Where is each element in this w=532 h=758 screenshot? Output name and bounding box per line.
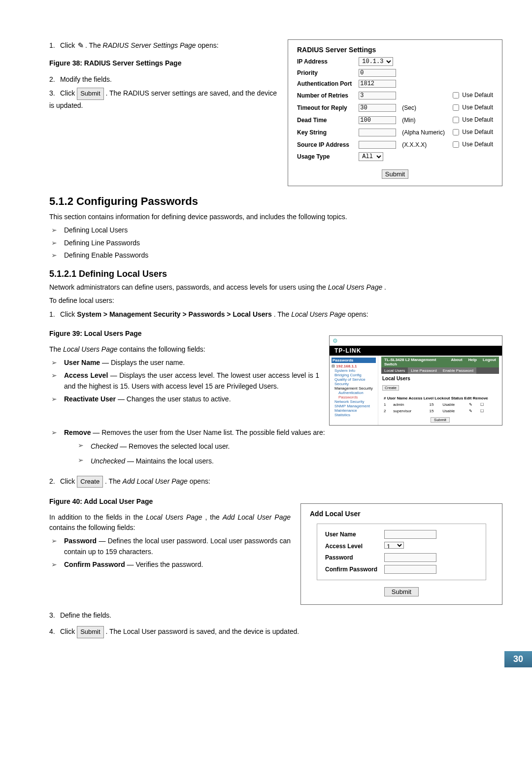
priority-label: Priority (294, 67, 356, 78)
table-row: 2supervisor15Usable✎☐ (382, 408, 490, 414)
source-ip-use-default-checkbox[interactable] (453, 141, 459, 148)
password-input[interactable] (384, 553, 436, 562)
table-row: 1admin15Usable✎☐ (382, 402, 490, 407)
source-ip-input[interactable] (359, 141, 396, 149)
step-text: Define the fields. (60, 611, 111, 619)
radius-submit-button[interactable]: Submit (382, 169, 408, 179)
page-name: Local Users Page (63, 345, 118, 353)
tab-enable-password: Enable Password (440, 367, 476, 374)
priority-input[interactable] (359, 69, 396, 77)
use-default-label: Use Default (462, 92, 493, 99)
add-local-user-panel: Add Local User User Name Access Level 1 … (300, 503, 502, 605)
figure-caption-39: Figure 39: Local Users Page (49, 330, 319, 337)
field-name: Password (64, 537, 97, 545)
user-name-label: User Name (323, 529, 381, 540)
keystring-unit: (Alpha Numeric) (399, 126, 448, 138)
section-heading-5121: 5.1.2.1 Defining Local Users (49, 269, 502, 279)
create-button[interactable]: Create (77, 476, 103, 488)
step-num: 1. (49, 309, 58, 320)
ip-address-select[interactable]: 10.1.3.12 (359, 57, 393, 66)
sidebar-item: Bridging Config (334, 373, 376, 377)
section-intro: This section contains information for de… (49, 212, 502, 222)
body-text: Network administrators can define users,… (49, 283, 328, 291)
page-link-name: RADIUS Server Settings Page (103, 41, 196, 49)
submit-button[interactable]: Submit (77, 626, 103, 638)
step-num: 1. (49, 40, 58, 51)
deadtime-use-default-checkbox[interactable] (453, 117, 459, 123)
section-heading-512: 5.1.2 Configuring Passwords (49, 195, 502, 208)
submit-button[interactable]: Submit (77, 88, 103, 100)
page-name: Local Users Page (328, 283, 383, 291)
step-text: . The (274, 310, 292, 318)
step-text: . The Local User password is saved, and … (105, 627, 299, 635)
use-default-label: Use Default (462, 141, 493, 148)
step-text: Click (60, 89, 77, 97)
option-desc: — Maintains the local users. (127, 457, 214, 465)
source-ip-unit: (X.X.X.X) (399, 138, 448, 151)
alu-submit-button[interactable]: Submit (384, 587, 419, 596)
gear-icon: ⚙ (332, 337, 338, 344)
field-desc: — Removes the user from the User Name li… (93, 428, 325, 436)
breadcrumb: System > Management Security > Passwords… (77, 310, 272, 318)
keystring-input[interactable] (359, 129, 396, 136)
option-name: Checked (91, 442, 118, 450)
toc-item: Defining Line Passwords (51, 238, 502, 249)
step-num: 2. (49, 74, 58, 85)
panel-title: Add Local User (308, 509, 495, 519)
keystring-label: Key String (294, 126, 356, 138)
use-default-label: Use Default (462, 116, 493, 123)
toc-item: Defining Local Users (51, 225, 502, 236)
step-text: opens: (190, 477, 210, 485)
timeout-unit: (Sec) (399, 101, 448, 114)
step-text: opens: (348, 310, 368, 318)
auth-port-input[interactable] (359, 80, 396, 88)
field-name: Remove (64, 428, 91, 436)
source-ip-label: Source IP Address (294, 138, 356, 151)
step-num: 3. (49, 610, 58, 621)
timeout-input[interactable] (359, 104, 396, 112)
retries-input[interactable] (359, 92, 396, 99)
ip-address-label: IP Address (294, 56, 356, 67)
confirm-password-input[interactable] (384, 565, 436, 574)
access-level-label: Access Level (323, 541, 381, 551)
access-level-select[interactable]: 1 (384, 542, 404, 549)
local-users-screenshot: ⚙ TP-LINK Passwords ⊟ 192.168.1.1 System… (329, 335, 502, 426)
figure-caption-40: Figure 40: Add Local User Page (49, 497, 291, 505)
deadtime-label: Dead Time (294, 114, 356, 126)
retries-label: Number of Retries (294, 89, 356, 101)
page-number: 30 (504, 651, 532, 667)
password-label: Password (323, 552, 381, 563)
step-num: 4. (49, 626, 58, 637)
content-title: Local Users (382, 376, 498, 381)
keystring-use-default-checkbox[interactable] (453, 129, 459, 135)
tp-link-logo: TP-LINK (330, 346, 502, 356)
timeout-use-default-checkbox[interactable] (453, 104, 459, 111)
field-name: Confirm Password (64, 560, 125, 568)
sidebar-item-passwords: Passwords (334, 395, 376, 399)
body-text: . (384, 283, 386, 291)
body-text: In addition to the fields in the (49, 513, 146, 521)
retries-use-default-checkbox[interactable] (453, 92, 459, 99)
about-link: About (448, 357, 465, 367)
option-name: Unchecked (91, 457, 125, 465)
usage-type-select[interactable]: All (359, 152, 383, 161)
tab-line-password: Line Password (408, 367, 439, 374)
field-desc: — Displays the user name. (102, 359, 185, 366)
user-name-input[interactable] (384, 530, 436, 539)
tree-expand-icon: ⊟ (332, 364, 336, 368)
sidebar-root-ip: 192.168.1.1 (336, 364, 357, 368)
edit-icon[interactable]: ✎ (76, 39, 84, 52)
step-num: 3. (49, 88, 58, 99)
field-name: User Name (64, 359, 100, 366)
step-text: . The (105, 477, 123, 485)
sidebar-item: Quality of Service (334, 377, 376, 382)
help-link: Help (466, 357, 480, 367)
deadtime-input[interactable] (359, 116, 396, 124)
create-button: Create (382, 385, 399, 391)
body-text: The (49, 345, 63, 353)
step-text: Click (60, 310, 77, 318)
product-bar-title: TL-SL3428 L2 Managememt Switch (381, 357, 448, 367)
confirm-password-label: Confirm Password (323, 564, 381, 575)
sidebar-item: Authentication (334, 391, 376, 395)
table-header-row: # User Name Access Level Lockout Status … (382, 395, 490, 401)
